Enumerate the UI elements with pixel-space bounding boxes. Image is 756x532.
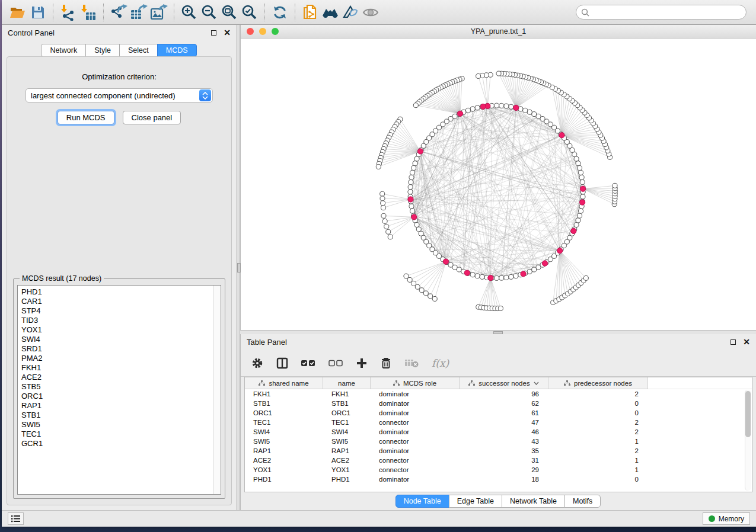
column-header-name[interactable]: name — [323, 377, 371, 389]
table-row[interactable]: TEC1TEC1connector472 — [245, 418, 752, 427]
cell-predecessor-nodes[interactable]: 1 — [548, 465, 648, 475]
table-row[interactable]: SWI5SWI5connector431 — [245, 437, 752, 446]
cell-predecessor-nodes[interactable]: 2 — [548, 427, 648, 437]
mcds-result-item[interactable]: SRD1 — [21, 344, 213, 354]
mcds-result-item[interactable]: RAP1 — [21, 401, 213, 411]
cell-successor-nodes[interactable]: 43 — [460, 437, 548, 446]
mcds-result-item[interactable]: STP4 — [21, 306, 213, 316]
task-history-button[interactable] — [8, 512, 24, 525]
splitter-grip[interactable] — [493, 331, 503, 334]
cell-successor-nodes[interactable]: 31 — [460, 456, 548, 465]
run-mcds-button[interactable]: Run MCDS — [58, 111, 114, 124]
cell-name[interactable]: STB1 — [323, 399, 371, 408]
scrollbar-thumb[interactable] — [745, 391, 751, 437]
delete-row-icon[interactable] — [381, 357, 391, 369]
float-panel-icon[interactable] — [731, 339, 736, 345]
save-session-icon[interactable] — [28, 2, 48, 23]
mcds-result-item[interactable]: SWI4 — [21, 335, 213, 344]
export-image-icon[interactable] — [149, 2, 169, 23]
cell-successor-nodes[interactable]: 46 — [460, 427, 548, 437]
cell-predecessor-nodes[interactable]: 1 — [548, 456, 648, 465]
mcds-result-list[interactable]: PHD1CAR1STP4TID3YOX1SWI4SRD1PMA2FKH1ACE2… — [17, 285, 221, 495]
zoom-out-icon[interactable] — [199, 2, 219, 23]
table-row[interactable]: YOX1YOX1connector291 — [245, 465, 752, 475]
table-row[interactable]: SWI4SWI4dominator462 — [245, 427, 752, 437]
mcds-result-item[interactable]: TEC1 — [21, 430, 213, 439]
cell-MCDS-role[interactable]: dominator — [371, 475, 460, 484]
zoom-in-icon[interactable] — [179, 2, 199, 23]
table-row[interactable]: STB1STB1dominator620 — [245, 399, 752, 408]
cell-MCDS-role[interactable]: dominator — [371, 399, 460, 408]
mcds-result-item[interactable]: STB5 — [21, 382, 213, 392]
cell-shared-name[interactable]: ORC1 — [245, 408, 323, 418]
table-row[interactable]: RAP1RAP1dominator352 — [245, 446, 752, 456]
tab-edge-table[interactable]: Edge Table — [449, 495, 502, 508]
mcds-result-item[interactable]: TID3 — [21, 316, 213, 325]
cell-shared-name[interactable]: YOX1 — [245, 465, 323, 475]
mcds-result-item[interactable]: PHD1 — [21, 287, 213, 297]
close-panel-button[interactable]: Close panel — [123, 111, 181, 124]
import-table-icon[interactable] — [78, 2, 98, 23]
network-canvas[interactable] — [241, 39, 756, 330]
cell-name[interactable]: PHD1 — [323, 475, 371, 484]
vertical-splitter[interactable] — [237, 25, 240, 510]
column-header-MCDS-role[interactable]: MCDS role — [371, 377, 460, 389]
cell-name[interactable]: RAP1 — [323, 446, 371, 456]
cell-MCDS-role[interactable]: dominator — [371, 427, 460, 437]
cell-MCDS-role[interactable]: connector — [371, 418, 460, 427]
cell-successor-nodes[interactable]: 35 — [460, 446, 548, 456]
cell-successor-nodes[interactable]: 47 — [460, 418, 548, 427]
cell-MCDS-role[interactable]: connector — [371, 456, 460, 465]
search-box[interactable] — [576, 5, 747, 20]
mcds-result-item[interactable]: ORC1 — [21, 392, 213, 401]
export-network-icon[interactable] — [109, 2, 129, 23]
cell-name[interactable]: TEC1 — [323, 418, 371, 427]
add-row-icon[interactable] — [356, 357, 368, 369]
cell-shared-name[interactable]: ACE2 — [245, 456, 323, 465]
optimization-select[interactable]: largest connected component (undirected) — [25, 88, 213, 102]
mcds-result-item[interactable]: STB1 — [21, 411, 213, 420]
mcds-result-item[interactable]: ACE2 — [21, 373, 213, 382]
cell-predecessor-nodes[interactable]: 0 — [548, 399, 648, 408]
cell-successor-nodes[interactable]: 61 — [460, 408, 548, 418]
mcds-result-item[interactable]: PMA2 — [21, 354, 213, 363]
column-header-successor-nodes[interactable]: successor nodes — [460, 377, 548, 389]
close-panel-icon[interactable]: ✕ — [743, 338, 750, 346]
clone-network-icon[interactable] — [300, 2, 320, 23]
cell-successor-nodes[interactable]: 62 — [460, 399, 548, 408]
table-row[interactable]: PHD1PHD1dominator180 — [245, 475, 752, 484]
gear-icon[interactable] — [251, 357, 263, 369]
tab-motifs[interactable]: Motifs — [564, 495, 601, 508]
mcds-list-scrollbar[interactable] — [213, 286, 221, 494]
cell-MCDS-role[interactable]: connector — [371, 465, 460, 475]
import-network-icon[interactable] — [58, 2, 78, 23]
cell-MCDS-role[interactable]: dominator — [371, 446, 460, 456]
cell-MCDS-role[interactable]: dominator — [371, 389, 460, 399]
float-panel-icon[interactable] — [211, 30, 216, 36]
table-row[interactable]: ACE2ACE2connector311 — [245, 456, 752, 465]
memory-button[interactable]: Memory — [703, 512, 750, 525]
search-network-icon[interactable] — [320, 2, 340, 23]
cell-name[interactable]: YOX1 — [323, 465, 371, 475]
zoom-selected-icon[interactable] — [240, 2, 260, 23]
mcds-result-item[interactable]: SWI5 — [21, 420, 213, 430]
cell-predecessor-nodes[interactable]: 2 — [548, 446, 648, 456]
table-row[interactable]: FKH1FKH1dominator962 — [245, 389, 752, 399]
cell-shared-name[interactable]: SWI5 — [245, 437, 323, 446]
open-session-icon[interactable] — [8, 2, 28, 23]
mcds-result-item[interactable]: YOX1 — [21, 325, 213, 335]
tab-mcds[interactable]: MCDS — [157, 44, 197, 57]
cell-shared-name[interactable]: RAP1 — [245, 446, 323, 456]
cell-successor-nodes[interactable]: 18 — [460, 475, 548, 484]
network-window-titlebar[interactable]: YPA_prune.txt_1 — [241, 25, 756, 39]
close-panel-icon[interactable]: ✕ — [224, 28, 231, 37]
table-row[interactable]: ORC1ORC1dominator610 — [245, 408, 752, 418]
cell-successor-nodes[interactable]: 96 — [460, 389, 548, 399]
delete-table-icon[interactable] — [404, 358, 419, 368]
mcds-result-item[interactable]: GCR1 — [21, 439, 213, 448]
tab-network[interactable]: Network — [41, 44, 86, 57]
cell-name[interactable]: SWI4 — [323, 427, 371, 437]
cell-successor-nodes[interactable]: 29 — [460, 465, 548, 475]
cell-shared-name[interactable]: FKH1 — [245, 389, 323, 399]
cell-name[interactable]: ACE2 — [323, 456, 371, 465]
